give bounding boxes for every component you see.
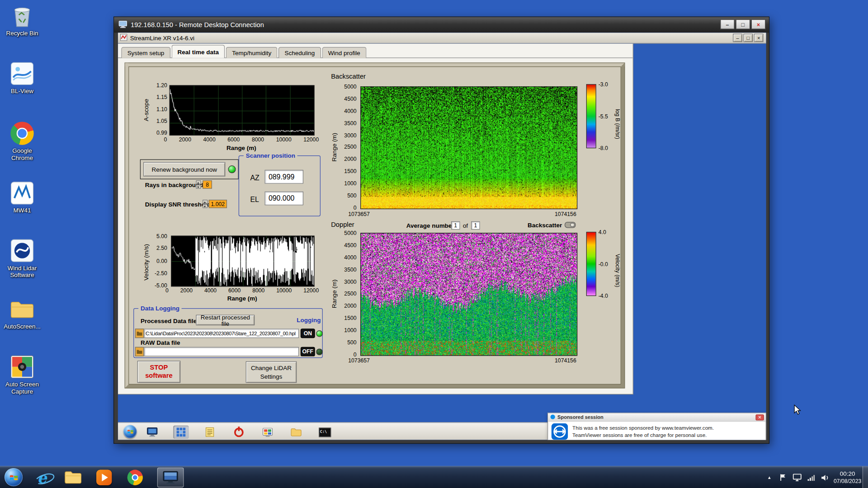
doppler-colorbar-ticks: 4.0-0.0-4.0 <box>599 229 615 299</box>
rays-value-field[interactable]: 8 <box>203 180 212 188</box>
tab-temp-humidity[interactable]: Temp/humidity <box>226 47 278 58</box>
show-desktop-button[interactable] <box>863 466 868 488</box>
velocity-plot <box>171 236 314 287</box>
desktop-icon-label: Auto Screen Capture <box>1 380 43 395</box>
restart-processed-file-button[interactable]: Restart processed file <box>196 315 255 325</box>
app-client-area: System setup Real time data Temp/humidit… <box>118 44 633 394</box>
app-titlebar[interactable]: StreamLine XR v14-6.vi – □ × <box>118 33 766 43</box>
rdp-titlebar[interactable]: 192.168.0.150 - Remote Desktop Connectio… <box>114 17 769 33</box>
y-tick-label: 2.50 <box>156 245 167 251</box>
tab-system-setup[interactable]: System setup <box>121 47 170 58</box>
capture-icon[interactable] <box>259 426 275 439</box>
az-value-field[interactable]: 089.999 <box>264 170 303 184</box>
raw-path-browse-icon[interactable] <box>135 347 144 357</box>
raw-path-field[interactable] <box>144 347 299 357</box>
start-orb[interactable] <box>5 468 23 486</box>
rays-spinner[interactable] <box>196 180 201 188</box>
desktop-icon-label: Wind Lidar Software <box>1 264 43 279</box>
rdp-close-button[interactable]: × <box>751 19 766 29</box>
rays-in-background-label: Rays in background <box>145 182 203 188</box>
stop-software-button[interactable]: STOP software <box>137 361 181 383</box>
tab-wind-profile[interactable]: Wind profile <box>322 47 366 58</box>
data-logging-title: Data Logging <box>138 305 182 312</box>
folder-icon[interactable] <box>288 426 304 439</box>
remote-start-orb[interactable] <box>123 425 137 438</box>
rdp-icon <box>163 470 178 484</box>
teamviewer-close-icon[interactable]: ✕ <box>755 414 764 420</box>
ascope-plot <box>170 85 315 136</box>
taskbar-clock[interactable]: 00:20 07/08/2023 <box>834 470 861 485</box>
host-taskbar: e ▲ <box>0 466 868 488</box>
tray-volume-icon[interactable] <box>820 473 830 483</box>
tab-real-time-data[interactable]: Real time data <box>171 45 225 58</box>
average-count-field[interactable]: 1 <box>471 221 480 230</box>
desktop-icon-recycle-bin[interactable]: Recycle Bin <box>1 3 43 37</box>
snr-spinner[interactable] <box>203 200 208 208</box>
tray-flag-icon[interactable] <box>778 473 788 483</box>
renew-background-led <box>228 165 236 173</box>
app-maximize-button[interactable]: □ <box>743 34 753 42</box>
media-player-icon[interactable] <box>93 466 115 488</box>
tab-scheduling[interactable]: Scheduling <box>278 47 321 58</box>
explorer-icon[interactable] <box>62 466 84 488</box>
doppler-y-ticks: 5000450040003500300025002000150010005000 <box>339 230 356 357</box>
colorbar-tick-label: -3.0 <box>599 81 608 87</box>
desktop-icon-wind-lidar[interactable]: Wind Lidar Software <box>1 238 43 279</box>
y-tick-label: -2.50 <box>155 270 167 276</box>
snr-value-field[interactable]: 1.002 <box>209 200 227 208</box>
app-icon <box>120 34 127 42</box>
average-number-field[interactable]: 1 <box>451 221 460 230</box>
tray-chevron-icon[interactable]: ▲ <box>764 473 774 483</box>
desktop-icon-bl-view[interactable]: BL-View <box>1 61 43 95</box>
processed-path-browse-icon[interactable] <box>135 328 144 338</box>
logging-off-button[interactable]: OFF <box>301 347 315 357</box>
el-value-field[interactable]: 090.000 <box>264 192 303 206</box>
x-end-label: 1074156 <box>555 211 576 217</box>
change-lidar-settings-button[interactable]: Change LiDAR Settings <box>246 361 297 383</box>
cmd-icon[interactable]: C:\ <box>317 426 333 439</box>
desktop-icon-autoscreen-folder[interactable]: AutoScreen... <box>1 296 43 330</box>
screen: Recycle Bin BL-View Google Chrome MW41 <box>0 0 868 488</box>
backscatter-display-toggle[interactable] <box>565 222 576 228</box>
el-label: EL <box>250 195 259 203</box>
rdp-taskbar-button[interactable] <box>157 468 184 488</box>
x-tick-label: 8000 <box>252 136 264 142</box>
grid-app-icon[interactable] <box>173 426 189 439</box>
doppler-title: Doppler <box>331 221 354 229</box>
chrome-icon[interactable] <box>124 466 146 488</box>
renew-background-box: Renew background now <box>140 160 239 179</box>
rdp-minimize-button[interactable]: – <box>720 19 735 29</box>
desktop-icon-auto-screen-capture[interactable]: Auto Screen Capture <box>1 354 43 395</box>
tray-display-icon[interactable] <box>792 473 802 483</box>
app-close-button[interactable]: × <box>754 34 764 42</box>
y-tick-label: 1500 <box>344 169 356 174</box>
x-tick-label: 6000 <box>228 287 241 293</box>
renew-background-button[interactable]: Renew background now <box>143 162 225 177</box>
notes-icon[interactable] <box>202 426 217 439</box>
rdp-maximize-button[interactable]: □ <box>736 19 750 29</box>
backscatter-y-ticks: 5000450040003500300025002000150010005000 <box>339 84 356 211</box>
colorbar-tick-label: -8.0 <box>599 145 608 151</box>
processed-path-field[interactable]: C:\Lidar\Data\Proc\2023\202308\20230807\… <box>144 328 299 338</box>
display-icon[interactable] <box>145 426 160 439</box>
y-tick-label: 1500 <box>344 315 356 321</box>
mw41-icon <box>1 180 43 206</box>
system-tray: ▲ 00:20 07/08/2023 <box>764 466 861 488</box>
desktop-icon-mw41[interactable]: MW41 <box>1 180 43 214</box>
front-panel: A-scope 1.201.151.101.050.99 02000400060… <box>125 63 624 388</box>
ie-icon[interactable]: e <box>31 466 53 488</box>
logging-on-button[interactable]: ON <box>301 328 315 338</box>
tab-label: System setup <box>127 50 165 56</box>
y-tick-label: 3000 <box>344 132 356 138</box>
cmd-icon-text: C:\ <box>319 427 331 437</box>
tray-network-icon[interactable] <box>806 473 816 483</box>
backscatter-heatmap <box>360 86 577 209</box>
x-tick-label: 2000 <box>180 287 193 293</box>
desktop-icon-google-chrome[interactable]: Google Chrome <box>1 121 43 162</box>
teamviewer-popup-titlebar[interactable]: Sponsored session ✕ <box>548 413 765 422</box>
desktop-icon-label: MW41 <box>1 207 43 214</box>
y-tick-label: 0 <box>354 205 357 211</box>
logging-label: Logging <box>297 316 321 323</box>
app-minimize-button[interactable]: – <box>733 34 742 42</box>
power-icon[interactable] <box>231 426 246 439</box>
